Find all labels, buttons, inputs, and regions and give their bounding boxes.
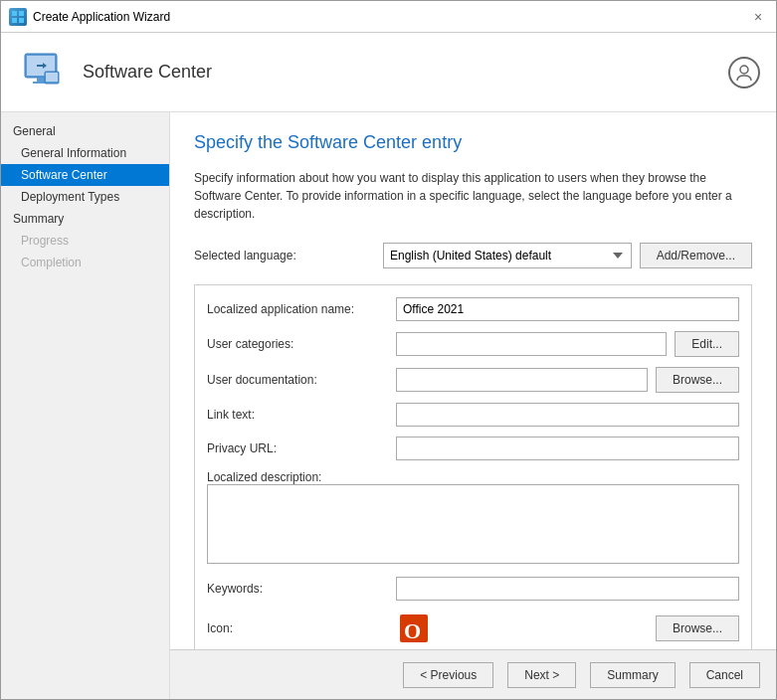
- header-bar: Software Center: [1, 33, 776, 112]
- main-panel: Specify the Software Center entry Specif…: [170, 112, 776, 699]
- user-documentation-label: User documentation:: [207, 373, 396, 387]
- icon-label: Icon:: [207, 621, 396, 635]
- description-text: Specify information about how you want t…: [194, 169, 752, 223]
- privacy-url-input[interactable]: [396, 437, 739, 460]
- add-remove-button[interactable]: Add/Remove...: [640, 243, 752, 268]
- sidebar-section-general: General: [1, 120, 169, 142]
- svg-rect-3: [19, 18, 24, 23]
- sidebar-section-summary: Summary: [1, 208, 169, 230]
- user-categories-row: User categories: Edit...: [207, 331, 739, 357]
- svg-rect-1: [19, 11, 24, 16]
- keywords-input[interactable]: [396, 577, 739, 601]
- title-bar: Create Application Wizard ×: [1, 1, 776, 33]
- app-icon: [17, 48, 67, 97]
- description-wrapper: [207, 484, 739, 567]
- language-select[interactable]: English (United States) default: [383, 243, 632, 268]
- application-window: Create Application Wizard × Software Cen…: [0, 0, 777, 700]
- main-content: Specify the Software Center entry Specif…: [170, 112, 776, 649]
- icon-browse-button[interactable]: Browse...: [656, 615, 739, 641]
- sidebar-item-software-center[interactable]: Software Center: [1, 164, 169, 186]
- user-icon: [728, 57, 760, 88]
- privacy-url-label: Privacy URL:: [207, 441, 396, 455]
- svg-rect-2: [12, 18, 17, 23]
- close-button[interactable]: ×: [748, 7, 768, 27]
- language-row: Selected language: English (United State…: [194, 243, 752, 268]
- app-name-row: Localized application name:: [207, 297, 739, 321]
- svg-text:O: O: [404, 618, 421, 643]
- documentation-browse-button[interactable]: Browse...: [656, 367, 739, 393]
- privacy-url-row: Privacy URL:: [207, 437, 739, 460]
- icon-row: Icon: O Browse...: [207, 611, 739, 646]
- link-text-input[interactable]: [396, 403, 739, 427]
- sidebar-item-deployment-types[interactable]: Deployment Types: [1, 186, 169, 208]
- form-section: Localized application name: User categor…: [194, 284, 752, 649]
- svg-rect-8: [37, 78, 45, 82]
- svg-point-12: [740, 66, 748, 74]
- sidebar-item-completion: Completion: [1, 252, 169, 273]
- user-documentation-row: User documentation: Browse...: [207, 367, 739, 393]
- localized-description-input[interactable]: [207, 484, 739, 564]
- sidebar: General General Information Software Cen…: [1, 112, 170, 699]
- svg-rect-0: [12, 11, 17, 16]
- app-name-label: Localized application name:: [207, 302, 396, 316]
- cancel-button[interactable]: Cancel: [689, 662, 760, 688]
- footer: < Previous Next > Summary Cancel: [170, 649, 776, 699]
- user-documentation-input[interactable]: [396, 368, 648, 392]
- link-text-row: Link text:: [207, 403, 739, 427]
- window-icon: [9, 8, 27, 26]
- svg-rect-11: [46, 73, 58, 82]
- sidebar-item-progress: Progress: [1, 230, 169, 252]
- header-title: Software Center: [83, 62, 212, 83]
- language-label: Selected language:: [194, 249, 383, 262]
- summary-button[interactable]: Summary: [590, 662, 675, 688]
- page-title: Specify the Software Center entry: [194, 132, 752, 153]
- previous-button[interactable]: < Previous: [403, 662, 493, 688]
- office-icon: O: [396, 611, 432, 646]
- keywords-row: Keywords:: [207, 577, 739, 601]
- localized-description-section: Localized description:: [207, 470, 739, 567]
- next-button[interactable]: Next >: [507, 662, 576, 688]
- content-area: General General Information Software Cen…: [1, 112, 776, 699]
- sidebar-item-general-info[interactable]: General Information: [1, 142, 169, 164]
- edit-button[interactable]: Edit...: [675, 331, 739, 357]
- link-text-label: Link text:: [207, 408, 396, 422]
- user-categories-input[interactable]: [396, 332, 667, 356]
- user-categories-label: User categories:: [207, 337, 396, 351]
- localized-description-label: Localized description:: [207, 470, 321, 484]
- window-title: Create Application Wizard: [33, 10, 748, 24]
- keywords-label: Keywords:: [207, 582, 396, 596]
- app-name-input[interactable]: [396, 297, 739, 321]
